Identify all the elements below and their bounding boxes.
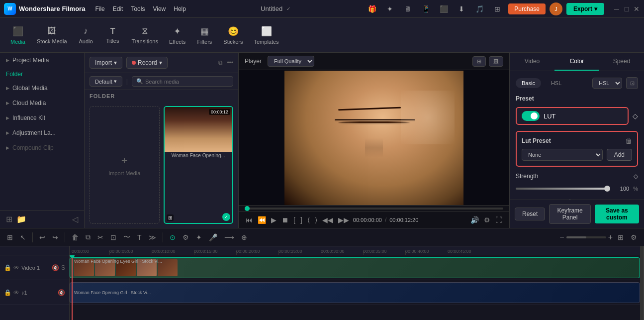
export-button[interactable]: Export ▾ <box>566 3 604 15</box>
gift-icon[interactable]: 🎁 <box>365 2 379 16</box>
audio-clip[interactable]: Woman Face Opening Girl · Stock Vi... <box>70 282 640 303</box>
tab-color[interactable]: Color <box>554 53 599 71</box>
split-icon[interactable]: ✂ <box>95 232 105 242</box>
lut-toggle-switch[interactable] <box>522 111 540 121</box>
skip-back-icon[interactable]: ⏮ <box>245 215 254 225</box>
settings-icon[interactable]: ⚙ <box>483 215 491 225</box>
more-icon[interactable]: ••• <box>227 59 233 66</box>
toolbar-item-stickers[interactable]: 😊 Stickers <box>218 23 248 48</box>
download-icon[interactable]: ⬇ <box>455 2 468 16</box>
player-progress-bar[interactable] <box>245 208 503 210</box>
quality-select[interactable]: Full Quality <box>268 56 314 67</box>
keyframe-panel-button[interactable]: Keyframe Panel <box>549 204 590 224</box>
menu-edit[interactable]: Edit <box>113 5 123 12</box>
lock2-icon[interactable]: 🔒 <box>4 289 11 296</box>
share-icon[interactable]: ⬛ <box>437 2 451 16</box>
speaker-icon[interactable]: 🔊 <box>469 215 480 225</box>
save-as-custom-button[interactable]: Save as custom <box>595 205 639 223</box>
to-prev-edit-icon[interactable]: ◀◀ <box>321 215 334 225</box>
video-clip[interactable]: Woman Face Opening Eyes Girl · Stock Vi.… <box>70 257 640 278</box>
grid-icon[interactable]: ⊞ <box>490 2 504 16</box>
layout-icon[interactable]: ⊞ <box>616 232 626 242</box>
next-frame-icon[interactable]: ⟩ <box>314 215 318 225</box>
compare-button[interactable]: ⊡ <box>626 77 638 89</box>
reset-button[interactable]: Reset <box>515 208 545 220</box>
import-media-cell[interactable]: + Import Media <box>90 106 160 224</box>
filter-icon[interactable]: ⧉ <box>218 59 223 66</box>
toolbar-item-transitions[interactable]: ⧖ Transitions <box>127 23 163 47</box>
ripple-icon[interactable]: ⚙ <box>181 232 191 242</box>
star-icon[interactable]: ✦ <box>383 2 397 16</box>
ripple-delete-icon[interactable]: ⧉ <box>84 232 92 242</box>
text-icon[interactable]: T <box>135 232 144 242</box>
tab-video[interactable]: Video <box>510 53 554 71</box>
menu-help[interactable]: Help <box>174 5 186 12</box>
collapse-icon[interactable]: ◁ <box>72 214 78 224</box>
step-back-icon[interactable]: ⏪ <box>257 215 267 225</box>
folder-icon[interactable]: 📁 <box>16 214 26 224</box>
toolbar-item-templates[interactable]: ⬜ Templates <box>249 23 283 48</box>
sidebar-item-influence-kit[interactable]: ▶ Influence Kit <box>0 110 84 125</box>
play-icon[interactable]: ▶ <box>270 215 277 225</box>
multi-select-icon[interactable]: ⊞ <box>5 232 15 242</box>
strength-slider[interactable] <box>516 188 610 190</box>
menu-tools[interactable]: Tools <box>131 5 145 12</box>
stop-icon[interactable]: ⏹ <box>280 215 289 225</box>
zoom-slider[interactable] <box>566 236 606 238</box>
search-input[interactable] <box>145 79 229 85</box>
zoom-out-icon[interactable]: − <box>559 233 564 242</box>
audio-icon[interactable]: 🎵 <box>472 2 486 16</box>
default-dropdown[interactable]: Default ▾ <box>90 76 122 87</box>
scroll-handle[interactable] <box>640 246 644 320</box>
sidebar-item-compound-clip[interactable]: ▶ Compound Clip <box>0 140 84 155</box>
grid-view-button[interactable]: ⊞ <box>472 56 486 67</box>
prev-frame-icon[interactable]: ⟨ <box>306 215 311 225</box>
toolbar-item-effects[interactable]: ✦ Effects <box>164 23 190 48</box>
sidebar-item-cloud-media[interactable]: ▶ Cloud Media <box>0 96 84 110</box>
menu-view[interactable]: View <box>153 5 166 12</box>
sidebar-item-global-media[interactable]: ▶ Global Media <box>0 81 84 96</box>
lock-icon[interactable]: 🔒 <box>4 264 11 271</box>
restore-button[interactable]: □ <box>623 5 630 12</box>
import-button[interactable]: Import ▾ <box>90 57 122 69</box>
lut-add-button[interactable]: Add <box>607 149 632 161</box>
zoom-in-icon[interactable]: + <box>608 233 613 242</box>
toolbar-item-stock[interactable]: 🖼 Stock Media <box>32 23 72 47</box>
mic-icon[interactable]: 🎤 <box>207 232 219 242</box>
mobile-icon[interactable]: 📱 <box>419 2 433 16</box>
toolbar-item-titles[interactable]: T Titles <box>100 24 126 47</box>
magnet-icon[interactable]: ⊙ <box>168 232 178 242</box>
sidebar-folder[interactable]: Folder <box>0 68 84 81</box>
mark-in-icon[interactable]: [ <box>292 215 296 225</box>
fullscreen-icon[interactable]: ⛶ <box>494 215 503 225</box>
close-button[interactable]: ✕ <box>633 5 640 12</box>
sidebar-item-adjustment-la[interactable]: ▶ Adjustment La... <box>0 125 84 140</box>
add-folder-icon[interactable]: ⊞ <box>6 214 12 224</box>
delete-icon[interactable]: 🗑 <box>625 137 632 145</box>
settings2-icon[interactable]: ⚙ <box>629 232 639 242</box>
mark-out-icon[interactable]: ] <box>299 215 303 225</box>
toolbar-item-media[interactable]: ⬛ Media <box>5 23 31 48</box>
tab-speed[interactable]: Speed <box>599 53 644 71</box>
color-sub-tab-basic[interactable]: Basic <box>516 78 541 88</box>
purchase-button[interactable]: Purchase <box>508 3 546 14</box>
redo-icon[interactable]: ↪ <box>50 232 60 242</box>
more-tools-icon[interactable]: ≫ <box>147 232 158 242</box>
hsl-select[interactable]: HSL <box>592 78 622 89</box>
crop-icon[interactable]: ⊡ <box>108 232 118 242</box>
sidebar-item-project-media[interactable]: ▶ Project Media <box>0 53 84 68</box>
audio-adjust-icon[interactable]: 〜 <box>121 232 132 243</box>
undo-icon[interactable]: ↩ <box>37 232 47 242</box>
image-view-button[interactable]: 🖼 <box>489 56 503 67</box>
color-sub-tab-hsl[interactable]: HSL <box>545 78 567 88</box>
user-avatar[interactable]: J <box>550 2 562 15</box>
to-next-edit-icon[interactable]: ▶▶ <box>337 215 350 225</box>
delete-icon[interactable]: 🗑 <box>70 232 81 242</box>
media-thumbnail[interactable]: 00:00:12 ⊞ ✓ Woman Face Opening... <box>164 106 234 224</box>
display-icon[interactable]: 🖥 <box>401 2 415 16</box>
minimize-button[interactable]: ─ <box>613 5 620 12</box>
mute-icon[interactable]: 🔇 <box>52 264 59 271</box>
ai-icon[interactable]: ✦ <box>194 232 204 242</box>
lut-none-dropdown[interactable]: None <box>522 149 603 161</box>
record-button[interactable]: Record ▾ <box>126 57 168 69</box>
